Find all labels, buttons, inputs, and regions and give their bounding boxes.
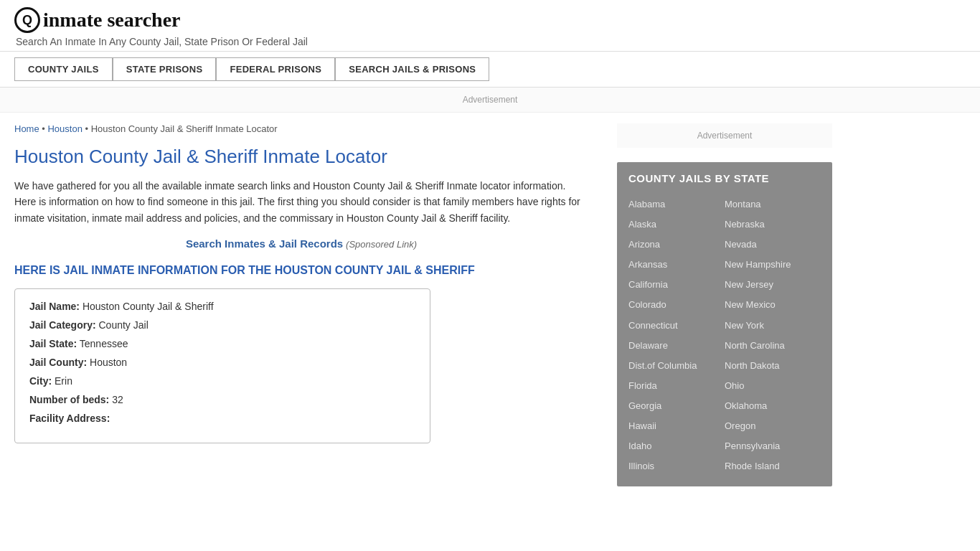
nav-search-jails[interactable]: SEARCH JAILS & PRISONS [335,57,489,81]
state-link[interactable]: Pennsylvania [725,436,821,456]
section-heading: HERE IS JAIL INMATE INFORMATION FOR THE … [14,264,588,277]
jail-state-value: Tennessee [80,338,128,349]
state-link[interactable]: Arkansas [628,255,725,275]
city-value: Erin [55,375,72,387]
city-label: City: [29,375,52,387]
logo-area: Q inmate searcher [14,7,966,33]
beds-value: 32 [112,394,123,405]
state-link[interactable]: Oregon [725,416,821,436]
state-link[interactable]: Oklahoma [725,396,821,416]
jail-county-label: Jail County: [29,357,87,368]
state-link[interactable]: Hawaii [628,416,725,436]
content-wrapper: Home • Houston • Houston County Jail & S… [0,113,980,497]
state-link[interactable]: Idaho [628,436,725,456]
info-jail-name: Jail Name: Houston County Jail & Sheriff [29,301,415,312]
page-title: Houston County Jail & Sheriff Inmate Loc… [14,146,588,168]
state-link[interactable]: California [628,275,725,295]
state-link[interactable]: Ohio [725,376,821,396]
header: Q inmate searcher Search An Inmate In An… [0,0,980,51]
nav-county-jails[interactable]: COUNTY JAILS [14,57,113,81]
state-link[interactable]: Illinois [628,456,725,476]
state-link[interactable]: Colorado [628,295,725,315]
jail-category-label: Jail Category: [29,319,96,331]
state-link[interactable]: New York [725,316,821,336]
jail-county-value: Houston [90,357,127,368]
logo-icon: Q [14,7,40,33]
state-link[interactable]: Alaska [628,215,725,235]
state-link[interactable]: Alabama [628,194,725,215]
state-link[interactable]: Nevada [725,235,821,255]
breadcrumb-city[interactable]: Houston [47,123,82,134]
state-link[interactable]: Montana [725,194,821,215]
main-content: Home • Houston • Houston County Jail & S… [14,113,603,497]
state-link[interactable]: Nebraska [725,215,821,235]
breadcrumb-current: Houston County Jail & Sheriff Inmate Loc… [91,123,278,134]
breadcrumb-home[interactable]: Home [14,123,39,134]
jail-info-box: Jail Name: Houston County Jail & Sheriff… [14,288,430,443]
jail-category-value: County Jail [98,319,148,331]
info-jail-county: Jail County: Houston [29,357,415,368]
info-jail-state: Jail State: Tennessee [29,338,415,349]
jail-name-label: Jail Name: [29,301,80,312]
states-col1: AlabamaAlaskaArizonaArkansasCaliforniaCo… [628,194,725,476]
top-ad-banner: Advertisement [0,88,980,113]
beds-label: Number of beds: [29,394,109,405]
state-link[interactable]: Rhode Island [725,456,821,476]
state-link[interactable]: North Dakota [725,356,821,376]
state-link[interactable]: North Carolina [725,336,821,356]
address-label: Facility Address: [29,413,110,424]
jail-name-value: Houston County Jail & Sheriff [83,301,214,312]
state-link[interactable]: New Hampshire [725,255,821,275]
info-beds: Number of beds: 32 [29,394,415,405]
nav-federal-prisons[interactable]: FEDERAL PRISONS [216,57,335,81]
state-link[interactable]: Georgia [628,396,725,416]
jail-state-label: Jail State: [29,338,77,349]
sponsored-label: (Sponsored Link) [346,239,417,250]
search-link-area: Search Inmates & Jail Records (Sponsored… [14,237,588,250]
search-inmates-link[interactable]: Search Inmates & Jail Records [186,237,343,250]
states-grid: AlabamaAlaskaArizonaArkansasCaliforniaCo… [628,194,821,476]
state-link[interactable]: Dist.of Columbia [628,356,725,376]
nav-bar: COUNTY JAILS STATE PRISONS FEDERAL PRISO… [0,51,980,88]
nav-state-prisons[interactable]: STATE PRISONS [113,57,217,81]
sidebar-ad-label: Advertisement [697,131,753,141]
state-link[interactable]: New Mexico [725,295,821,315]
info-jail-category: Jail Category: County Jail [29,319,415,331]
state-link[interactable]: New Jersey [725,275,821,295]
state-link[interactable]: Arizona [628,235,725,255]
tagline: Search An Inmate In Any County Jail, Sta… [16,36,966,47]
breadcrumb: Home • Houston • Houston County Jail & S… [14,123,588,134]
states-col2: MontanaNebraskaNevadaNew HampshireNew Je… [725,194,821,476]
description: We have gathered for you all the availab… [14,178,588,226]
state-link[interactable]: Florida [628,376,725,396]
sidebar-ad: Advertisement [617,123,832,148]
county-jails-title: COUNTY JAILS BY STATE [628,172,821,184]
site-name: inmate searcher [43,9,181,32]
state-link[interactable]: Delaware [628,336,725,356]
top-ad-label: Advertisement [463,95,518,105]
county-jails-by-state: COUNTY JAILS BY STATE AlabamaAlaskaArizo… [617,162,832,486]
info-address: Facility Address: [29,413,415,424]
sidebar: Advertisement COUNTY JAILS BY STATE Alab… [603,113,832,497]
state-link[interactable]: Connecticut [628,316,725,336]
info-city: City: Erin [29,375,415,387]
